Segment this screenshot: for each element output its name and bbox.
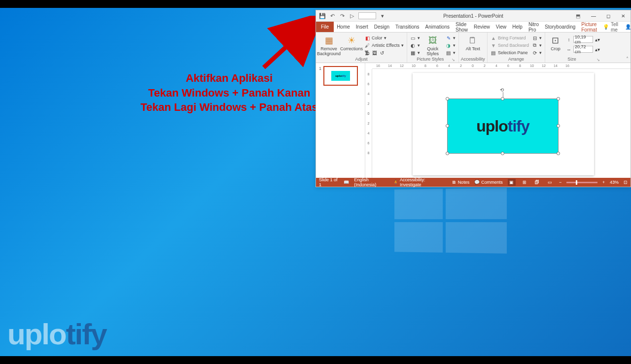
collapse-ribbon-icon[interactable]: ˄ (626, 56, 629, 62)
tab-design[interactable]: Design (371, 22, 392, 32)
maximize-button[interactable]: ◻ (601, 10, 616, 21)
minimize-button[interactable]: — (586, 10, 601, 21)
send-backward-button[interactable]: ▼ Send Backward (490, 42, 530, 49)
undo-icon[interactable]: ↶ (329, 12, 336, 19)
slide-canvas[interactable]: uplotify uplotify ⟲ (413, 73, 594, 175)
color-button[interactable]: ◧ Color▾ (363, 34, 405, 41)
crop-button[interactable]: ⊡ Crop (547, 33, 564, 52)
group-accessibility: 🗒 Alt Text Accessibility (459, 33, 488, 63)
group-picture-styles: ▭▾ ◐▾ ▦▾ 🖼 Quick Styles ✎▾ ◑▾ ▤▾ (407, 33, 459, 63)
tab-review[interactable]: Review (471, 22, 493, 32)
zoom-percent[interactable]: 43% (610, 180, 619, 185)
tab-nitropro[interactable]: Nitro Pro (526, 22, 542, 32)
height-input[interactable]: 10,19 cm (573, 36, 593, 43)
tell-me[interactable]: 💡 Tell me (600, 22, 621, 32)
group-arrange: ▲ Bring Forward ▼ Send Backward ▤ Select… (488, 33, 545, 63)
reading-view-icon[interactable]: 🗐 (533, 179, 541, 186)
qat-dropdown[interactable] (358, 12, 376, 19)
zoom-out-button[interactable]: − (559, 180, 561, 185)
language-status[interactable]: English (Indonesia) (354, 177, 388, 187)
tab-file[interactable]: File (316, 22, 334, 32)
selection-pane-button[interactable]: ▤ Selection Pane (490, 49, 530, 56)
group-adjust: ▦ Remove Background ☀ Corrections ◧ Colo… (316, 33, 407, 63)
tab-picture-format[interactable]: Picture Format (578, 22, 600, 32)
pic-effect-btn[interactable]: ◑▾ (445, 42, 456, 49)
remove-background-button[interactable]: ▦ Remove Background (318, 33, 340, 57)
resize-handle[interactable] (557, 97, 560, 100)
selection-pane-icon: ▤ (491, 50, 496, 56)
accessibility-status[interactable]: 🧍 Accessibility: Investigate (393, 177, 442, 187)
corrections-button[interactable]: ☀ Corrections (341, 33, 362, 52)
quick-styles-button[interactable]: 🖼 Quick Styles (422, 33, 444, 57)
titlebar: 💾 ↶ ↷ ▷ ▾ Presentation1 - PowerPoint ⬒ —… (316, 10, 631, 22)
resize-handle[interactable] (501, 97, 504, 100)
alt-text-button[interactable]: 🗒 Alt Text (462, 33, 484, 52)
tab-home[interactable]: Home (334, 22, 353, 32)
share-icon: 👤 (625, 24, 631, 30)
resize-handle[interactable] (557, 152, 560, 155)
sorter-view-icon[interactable]: ⊞ (521, 179, 528, 186)
styles-launcher-icon[interactable]: ↘ (452, 58, 456, 63)
resize-handle[interactable] (446, 124, 449, 128)
pic-border-btn[interactable]: ✎▾ (445, 34, 456, 41)
statusbar: Slide 1 of 1 📖 English (Indonesia) 🧍 Acc… (316, 178, 631, 187)
tab-slideshow[interactable]: Slide Show (453, 22, 471, 32)
ribbon-display-icon[interactable]: ⬒ (572, 10, 583, 21)
close-button[interactable]: ✕ (616, 10, 631, 21)
resize-handle[interactable] (557, 124, 560, 128)
editor-pane[interactable]: 161412 1086 420 246 81012 1416 864 202 4… (365, 63, 631, 178)
size-launcher-icon[interactable]: ↘ (596, 58, 601, 63)
quick-styles-icon: 🖼 (427, 34, 439, 46)
resize-handle[interactable] (501, 152, 504, 155)
tab-insert[interactable]: Insert (353, 22, 371, 32)
fit-window-icon[interactable]: ⊡ (624, 180, 628, 185)
height-icon: ↕ (566, 36, 572, 42)
height-spinner[interactable]: ▴▾ (595, 36, 600, 42)
qat-more-icon[interactable]: ▾ (379, 12, 386, 19)
width-input[interactable]: 20,72 cm (573, 46, 593, 53)
tab-transitions[interactable]: Transitions (392, 22, 422, 32)
spellcheck-icon[interactable]: 📖 (344, 180, 349, 185)
picture-layout-button[interactable]: ▦▾ (409, 49, 421, 56)
rotate-button[interactable]: ⟳▾ (531, 49, 543, 56)
pic-layout-btn[interactable]: ▤▾ (445, 49, 456, 56)
align-button[interactable]: ⊟▾ (531, 34, 543, 41)
width-spinner[interactable]: ▴▾ (595, 46, 600, 52)
tab-help[interactable]: Help (509, 22, 526, 32)
picture-effects-button[interactable]: ◐▾ (409, 42, 421, 49)
width-icon: ↔ (566, 46, 572, 52)
zoom-slider[interactable] (566, 182, 597, 183)
slide-thumbnail[interactable]: uplotify (323, 66, 358, 86)
slide-counter[interactable]: Slide 1 of 1 (319, 177, 339, 187)
compress-icon[interactable]: 🗜 (364, 50, 370, 56)
rotate-handle-icon[interactable]: ⟲ (500, 87, 504, 93)
change-pic-icon[interactable]: 🖼 (372, 50, 378, 56)
selected-picture[interactable]: uplotify ⟲ (447, 99, 559, 154)
powerpoint-window: 💾 ↶ ↷ ▷ ▾ Presentation1 - PowerPoint ⬒ —… (316, 10, 631, 187)
tab-storyboarding[interactable]: Storyboarding (542, 22, 578, 32)
thumbnail-pane[interactable]: 1 uplotify (316, 63, 365, 178)
slideshow-view-icon[interactable]: ▭ (546, 179, 554, 186)
comments-button[interactable]: 💬Comments (474, 180, 503, 185)
redo-icon[interactable]: ↷ (339, 12, 346, 19)
picture-border-button[interactable]: ▭▾ (409, 34, 421, 41)
resize-handle[interactable] (446, 152, 449, 155)
slideshow-start-icon[interactable]: ▷ (349, 12, 355, 19)
svg-line-0 (264, 21, 315, 67)
notes-button[interactable]: 🗎Notes (452, 180, 470, 185)
tab-view[interactable]: View (493, 22, 510, 32)
workarea: 1 uplotify 161412 1086 420 246 81012 141… (316, 63, 631, 178)
save-icon[interactable]: 💾 (319, 12, 326, 19)
artistic-effects-button[interactable]: 🖌 Artistic Effects▾ (363, 42, 405, 49)
normal-view-icon[interactable]: ▣ (508, 179, 516, 186)
tab-animations[interactable]: Animations (422, 22, 453, 32)
share-button[interactable]: 👤 Share (621, 22, 631, 32)
vertical-ruler: 864 202 468 (365, 69, 372, 178)
border-icon: ▭ (410, 35, 416, 41)
reset-pic-icon[interactable]: ↺ (379, 50, 385, 56)
zoom-in-button[interactable]: + (602, 180, 605, 185)
annotation-text: Aktifkan Aplikasi Tekan Windows + Panah … (140, 71, 318, 115)
group-button[interactable]: ⧉▾ (531, 42, 543, 49)
bring-forward-button[interactable]: ▲ Bring Forward (490, 34, 530, 41)
resize-handle[interactable] (446, 97, 449, 100)
